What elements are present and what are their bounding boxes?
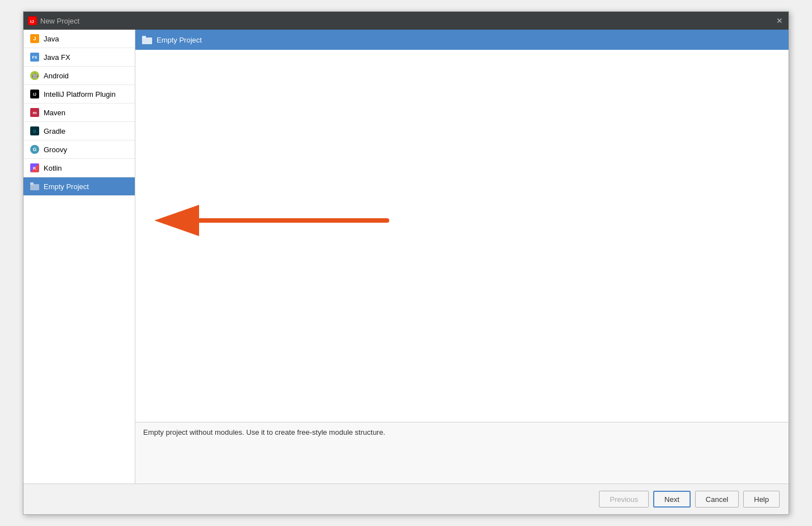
sidebar-item-maven-label: Maven	[44, 109, 65, 117]
content-area	[135, 50, 789, 422]
svg-rect-6	[142, 36, 146, 38]
dialog-footer: Previous Next Cancel Help	[23, 483, 789, 514]
sidebar-item-maven[interactable]: m Maven	[23, 104, 135, 122]
close-button[interactable]: ✕	[775, 16, 784, 25]
sidebar-item-java-label: Java	[44, 35, 59, 43]
gradle-icon: G	[29, 125, 40, 137]
sidebar-item-android[interactable]: 🤖 Android	[23, 67, 135, 85]
sidebar-item-kotlin[interactable]: K Kotlin	[23, 159, 135, 177]
intellij-brand-icon: IJ	[28, 16, 37, 25]
next-button[interactable]: Next	[653, 491, 691, 508]
sidebar-item-gradle[interactable]: G Gradle	[23, 122, 135, 140]
sidebar-item-kotlin-label: Kotlin	[44, 164, 62, 172]
previous-button[interactable]: Previous	[599, 491, 649, 508]
svg-rect-4	[30, 182, 34, 185]
help-button[interactable]: Help	[743, 491, 780, 508]
sidebar-item-groovy-label: Groovy	[44, 145, 67, 154]
sidebar-item-empty-project[interactable]: Empty Project	[23, 177, 135, 196]
new-project-dialog: IJ New Project ✕ J Java FX Java FX	[23, 11, 789, 515]
cancel-button[interactable]: Cancel	[695, 491, 739, 508]
content-header-label: Empty Project	[157, 36, 202, 44]
sidebar-item-intellij-label: IntelliJ Platform Plugin	[44, 90, 116, 98]
annotation-arrow	[135, 201, 409, 246]
java-icon: J	[29, 33, 40, 44]
sidebar-item-empty-project-label: Empty Project	[44, 182, 89, 191]
content-header: Empty Project	[135, 30, 789, 50]
sidebar-item-gradle-label: Gradle	[44, 127, 65, 135]
title-bar: IJ New Project ✕	[23, 12, 789, 30]
groovy-icon: G	[29, 144, 40, 155]
javafx-icon: FX	[29, 51, 40, 63]
sidebar-item-java[interactable]: J Java	[23, 30, 135, 48]
window-title: New Project	[40, 17, 775, 25]
svg-text:IJ: IJ	[30, 19, 34, 24]
project-type-sidebar: J Java FX Java FX 🤖 Android	[23, 30, 135, 483]
intellij-plugin-icon: IJ	[29, 88, 40, 100]
app-icon: IJ	[28, 16, 37, 25]
android-icon: 🤖	[29, 70, 40, 81]
sidebar-item-intellij-plugin[interactable]: IJ IntelliJ Platform Plugin	[23, 85, 135, 104]
description-text: Empty project without modules. Use it to…	[143, 428, 385, 436]
main-content-panel: Empty Project Empty project without modu…	[135, 30, 789, 483]
empty-folder-icon	[29, 181, 40, 192]
content-header-folder-icon	[142, 35, 152, 45]
kotlin-icon: K	[29, 162, 40, 173]
sidebar-item-groovy[interactable]: G Groovy	[23, 140, 135, 159]
sidebar-item-javafx-label: Java FX	[44, 53, 70, 62]
sidebar-item-javafx[interactable]: FX Java FX	[23, 48, 135, 67]
description-area: Empty project without modules. Use it to…	[135, 422, 789, 483]
sidebar-item-android-label: Android	[44, 72, 69, 80]
svg-rect-5	[142, 37, 152, 44]
maven-icon: m	[29, 107, 40, 118]
dialog-body: J Java FX Java FX 🤖 Android	[23, 30, 789, 483]
